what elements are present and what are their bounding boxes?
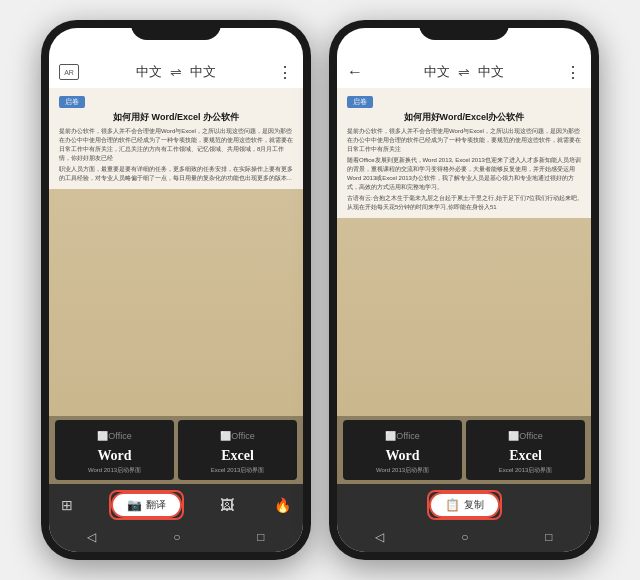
notch-1	[131, 20, 221, 40]
nav-recent-2[interactable]: □	[539, 528, 558, 546]
back-arrow-2[interactable]: ←	[347, 63, 363, 81]
phone-2: ← 中文 ⇌ 中文 ⋮ 启卷 如何用好Word/Excel办公软件 提前办公软件…	[329, 20, 599, 560]
swap-icon-2[interactable]: ⇌	[458, 64, 470, 80]
translate-icon-1: 📷	[127, 498, 142, 512]
app-thumbnails-1: ⬜Office Word Word 2013启动界面 ⬜Office Excel…	[49, 416, 303, 484]
nav-bar-1: ◁ ○ □	[49, 524, 303, 552]
copy-btn-wrapper-2[interactable]: 📋 复制	[427, 490, 502, 520]
word-label-2: Word	[385, 448, 419, 464]
phone-1: AR 中文 ⇌ 中文 ⋮ 启卷 如何用好 Word/Excel 办公软件 提前办…	[41, 20, 311, 560]
word-logo-2: ⬜Office	[393, 426, 413, 446]
doc-text-p3: 古语有云:合抱之木生于毫未九层之台起于累土:千里之行,始于足下们7位我们行动起来…	[347, 194, 581, 212]
nav-home-1[interactable]: ○	[167, 528, 186, 546]
ar-icon-1[interactable]: AR	[59, 64, 79, 80]
word-sub-2: Word 2013启动界面	[376, 466, 429, 475]
camera-area-1: 启卷 如何用好 Word/Excel 办公软件 提前办公软件，很多人并不会合理使…	[49, 88, 303, 484]
excel-thumb-2[interactable]: ⬜Office Excel Excel 2013启动界面	[466, 420, 585, 480]
notch-2	[419, 20, 509, 40]
app-thumbnails-2: ⬜Office Word Word 2013启动界面 ⬜Office Excel…	[337, 416, 591, 484]
word-thumb-2[interactable]: ⬜Office Word Word 2013启动界面	[343, 420, 462, 480]
excel-label-2: Excel	[509, 448, 542, 464]
nav-bar-2: ◁ ○ □	[337, 524, 591, 552]
more-icon-1[interactable]: ⋮	[277, 63, 293, 82]
excel-thumb-1[interactable]: ⬜Office Excel Excel 2013启动界面	[178, 420, 297, 480]
translate-btn-1[interactable]: 📷 翻译	[111, 492, 182, 518]
doc-title-1: 如何用好 Word/Excel 办公软件	[59, 111, 293, 124]
lang-to-2[interactable]: 中文	[478, 63, 504, 81]
word-label-1: Word	[97, 448, 131, 464]
nav-home-2[interactable]: ○	[455, 528, 474, 546]
doc-overlay-2: 启卷 如何用好Word/Excel办公软件 提前办公软件，很多人并不会合理使用W…	[337, 88, 591, 218]
nav-back-1[interactable]: ◁	[81, 528, 102, 546]
phone-1-inner: AR 中文 ⇌ 中文 ⋮ 启卷 如何用好 Word/Excel 办公软件 提前办…	[49, 28, 303, 552]
word-sub-1: Word 2013启动界面	[88, 466, 141, 475]
translate-btn-text-1: 翻译	[146, 498, 166, 512]
phones-container: AR 中文 ⇌ 中文 ⋮ 启卷 如何用好 Word/Excel 办公软件 提前办…	[41, 20, 599, 560]
lang-to-1[interactable]: 中文	[190, 63, 216, 81]
translate-btn-wrapper-1[interactable]: 📷 翻译	[109, 490, 184, 520]
doc-text-2: 职业人员方面，最重要是要有详细的任务，更多细致的任务安排，在实际操作上要有更多的…	[59, 165, 293, 183]
copy-btn-text-2: 复制	[464, 498, 484, 512]
bottom-controls-2: 📋 复制	[337, 484, 591, 524]
doc-text-1: 提前办公软件，很多人并不会合理使用Word与Excel，之所以出现这些问题，是因…	[59, 127, 293, 163]
doc-overlay-1: 启卷 如何用好 Word/Excel 办公软件 提前办公软件，很多人并不会合理使…	[49, 88, 303, 189]
copy-icon-2: 📋	[445, 498, 460, 512]
excel-sub-1: Excel 2013启动界面	[211, 466, 265, 475]
excel-label-1: Excel	[221, 448, 254, 464]
doc-text-p1: 提前办公软件，很多人并不会合理使用Word与Excel，之所以出现这些问题，是因…	[347, 127, 581, 154]
lang-from-2[interactable]: 中文	[424, 63, 450, 81]
doc-text-p2: 随着Office发展到更新换代，Word 2013, Excel 2013也迎来…	[347, 156, 581, 192]
camera-area-2: 启卷 如何用好Word/Excel办公软件 提前办公软件，很多人并不会合理使用W…	[337, 88, 591, 484]
photo-icon-1[interactable]: 🖼	[216, 495, 238, 515]
fire-icon-1[interactable]: 🔥	[270, 495, 295, 515]
word-logo-1: ⬜Office	[105, 426, 125, 446]
excel-sub-2: Excel 2013启动界面	[499, 466, 553, 475]
top-bar-2: ← 中文 ⇌ 中文 ⋮	[337, 56, 591, 88]
copy-btn-2[interactable]: 📋 复制	[429, 492, 500, 518]
excel-logo-2: ⬜Office	[516, 426, 536, 446]
word-thumb-1[interactable]: ⬜Office Word Word 2013启动界面	[55, 420, 174, 480]
swap-icon-1[interactable]: ⇌	[170, 64, 182, 80]
doc-header-1: 启卷	[59, 96, 85, 108]
nav-recent-1[interactable]: □	[251, 528, 270, 546]
top-bar-1: AR 中文 ⇌ 中文 ⋮	[49, 56, 303, 88]
bottom-controls-1: ⊞ 📷 翻译 🖼 🔥	[49, 484, 303, 524]
phone-2-inner: ← 中文 ⇌ 中文 ⋮ 启卷 如何用好Word/Excel办公软件 提前办公软件…	[337, 28, 591, 552]
more-icon-2[interactable]: ⋮	[565, 63, 581, 82]
nav-back-2[interactable]: ◁	[369, 528, 390, 546]
grid-icon-1[interactable]: ⊞	[57, 495, 77, 515]
doc-header-2: 启卷	[347, 96, 373, 108]
excel-logo-1: ⬜Office	[228, 426, 248, 446]
lang-from-1[interactable]: 中文	[136, 63, 162, 81]
doc-title-2: 如何用好Word/Excel办公软件	[347, 111, 581, 124]
